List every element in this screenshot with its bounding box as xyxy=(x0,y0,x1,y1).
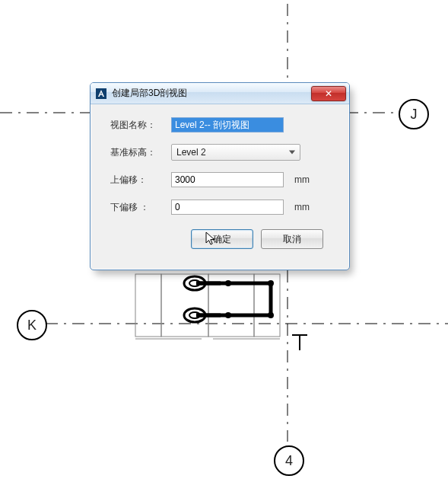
svg-rect-6 xyxy=(254,274,280,337)
label-top-offset: 上偏移： xyxy=(110,174,171,187)
grid-bubble-j: J xyxy=(399,99,429,129)
svg-point-17 xyxy=(268,281,273,286)
svg-point-12 xyxy=(189,280,200,286)
label-bottom-offset: 下偏移 ： xyxy=(110,201,171,214)
base-level-value: Level 2 xyxy=(176,147,206,158)
row-view-name: 视图名称： xyxy=(110,115,334,135)
close-icon: ✕ xyxy=(325,88,332,99)
grid-bubble-4: 4 xyxy=(274,445,304,476)
label-view-name: 视图名称： xyxy=(110,119,171,132)
dialog-body: 视图名称： 基准标高： Level 2 上偏移： mm 下偏移 ： xyxy=(91,104,349,255)
svg-rect-3 xyxy=(135,274,161,337)
grid-bubble-j-label: J xyxy=(411,107,418,123)
dialog-titlebar[interactable]: 创建局部3D剖视图 ✕ xyxy=(91,83,349,104)
label-base-level: 基准标高： xyxy=(110,146,171,159)
ok-button-label: 确定 xyxy=(213,233,231,246)
base-level-dropdown[interactable]: Level 2 xyxy=(171,144,300,161)
grid-bubble-k-label: K xyxy=(27,318,37,334)
unit-top-offset: mm xyxy=(294,174,317,185)
svg-point-16 xyxy=(226,313,230,318)
dialog-title: 创建局部3D剖视图 xyxy=(112,87,311,100)
svg-point-14 xyxy=(189,312,200,318)
row-base-level: 基准标高： Level 2 xyxy=(110,142,334,162)
svg-point-11 xyxy=(184,276,205,290)
svg-rect-5 xyxy=(208,274,254,337)
svg-point-13 xyxy=(184,308,205,322)
top-offset-input[interactable] xyxy=(171,172,284,187)
row-bottom-offset: 下偏移 ： mm xyxy=(110,197,334,217)
app-icon xyxy=(95,88,107,100)
view-name-input[interactable] xyxy=(171,117,284,132)
create-3d-section-dialog: 创建局部3D剖视图 ✕ 视图名称： 基准标高： Level 2 上偏移： xyxy=(90,82,350,270)
chevron-down-icon xyxy=(289,151,295,155)
ok-button[interactable]: 确定 xyxy=(191,229,253,249)
dialog-button-row: 确定 取消 xyxy=(110,225,334,249)
svg-rect-4 xyxy=(161,274,208,337)
close-button[interactable]: ✕ xyxy=(311,86,346,101)
bottom-offset-input[interactable] xyxy=(171,200,284,215)
row-top-offset: 上偏移： mm xyxy=(110,170,334,190)
grid-bubble-k: K xyxy=(17,310,47,340)
svg-point-15 xyxy=(226,281,230,286)
cancel-button[interactable]: 取消 xyxy=(261,229,323,249)
unit-bottom-offset: mm xyxy=(294,202,317,212)
cancel-button-label: 取消 xyxy=(283,233,301,246)
grid-bubble-4-label: 4 xyxy=(285,453,293,469)
svg-point-18 xyxy=(268,313,273,318)
